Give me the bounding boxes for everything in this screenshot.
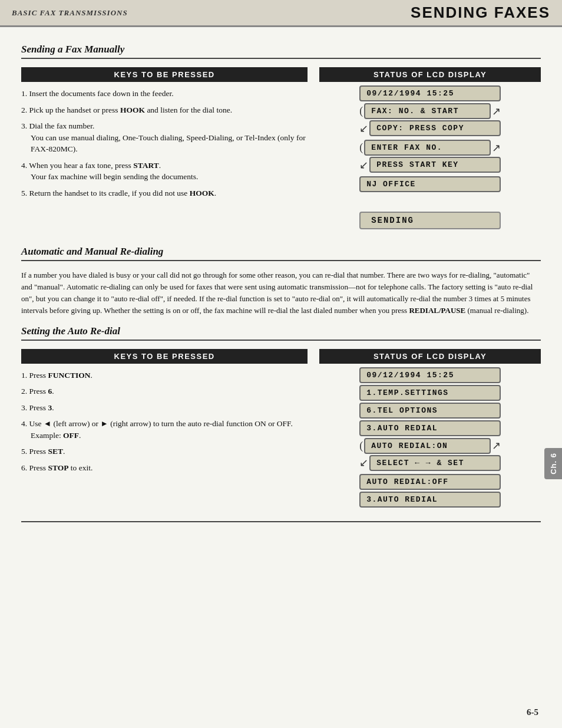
list-item: 4. Use ◄ (left arrow) or ► (right arrow)…	[21, 418, 308, 441]
lcd-datetime: 09/12/1994 15:25	[359, 85, 501, 101]
arrow-right2-icon: ↗	[492, 141, 501, 154]
lcd-row-enter-fax: ( ENTER FAX NO. ↗	[359, 140, 501, 156]
list-item: 1. Press FUNCTION.	[21, 370, 308, 381]
step-num: 2.	[21, 387, 27, 396]
lcd-enter-fax-no: ENTER FAX NO.	[364, 140, 491, 156]
section3-lcd-bar: STATUS OF LCD DISPLAY	[319, 349, 541, 364]
lcd-row-copy: ↙ COPY: PRESS COPY	[359, 120, 501, 136]
lcd-fax-no-start: FAX: NO. & START	[364, 103, 491, 119]
section1-keys-bar: KEYS TO BE PRESSED	[21, 67, 308, 82]
lcd-s3-row-select: ↙ SELECT ← → & SET	[359, 455, 501, 471]
page-header: BASIC FAX TRANSMISSIONS SENDING FAXES	[0, 0, 562, 27]
section1-steps-col: KEYS TO BE PRESSED 1. Insert the documen…	[21, 67, 308, 204]
lcd-row-fax-no: ( FAX: NO. & START ↗	[359, 103, 501, 119]
lcd-copy-press: COPY: PRESS COPY	[369, 120, 501, 136]
bottom-divider	[21, 521, 541, 522]
step-num: 4.	[21, 161, 27, 170]
arrow-corner3-icon: ↙	[359, 456, 368, 469]
list-item: 5. Press SET.	[21, 446, 308, 457]
lcd-s3-tel-options: 6.TEL OPTIONS	[359, 403, 501, 419]
section-redialing: Automatic and Manual Re-dialing If a num…	[21, 246, 541, 317]
side-tab-text: Ch. 6	[549, 453, 558, 475]
lcd-s3-temp-settings: 1.TEMP.SETTINGS	[359, 385, 501, 401]
list-item: 2. Pick up the handset or press HOOK and…	[21, 104, 308, 116]
section1-divider	[21, 58, 541, 59]
list-item: 3. Dial the fax number. You can use manu…	[21, 120, 308, 155]
lcd-press-start-key: PRESS START KEY	[369, 157, 501, 173]
section3-keys-bar: KEYS TO BE PRESSED	[21, 349, 308, 364]
page-number: 6-5	[527, 707, 538, 717]
section1-title: Sending a Fax Manually	[21, 44, 541, 55]
header-left-text: BASIC FAX TRANSMISSIONS	[12, 8, 128, 18]
header-right-text: SENDING FAXES	[411, 4, 550, 22]
step-num: 5.	[21, 189, 27, 197]
lcd-s3-select: SELECT ← → & SET	[369, 455, 501, 471]
step-num: 5.	[21, 447, 27, 456]
lcd-s3-auto-redial-on: AUTO REDIAL:ON	[364, 438, 491, 454]
arrow-right3-icon: ↗	[492, 439, 501, 452]
lcd-s3-3-auto-redial: 3.AUTO REDIAL	[359, 492, 501, 508]
step-num: 3.	[21, 121, 27, 130]
list-item: 6. Press STOP to exit.	[21, 462, 308, 474]
section2-divider	[21, 260, 541, 261]
step-num: 1.	[21, 89, 27, 98]
list-item: 4. When you hear a fax tone, press START…	[21, 160, 308, 183]
list-item: 2. Press 6.	[21, 386, 308, 397]
lcd-s3-auto-redial-off: AUTO REDIAL:OFF	[359, 474, 501, 490]
side-tab: Ch. 6	[544, 448, 562, 479]
section3-lcd-col: STATUS OF LCD DISPLAY 09/12/1994 15:25 1…	[319, 349, 541, 509]
step-num: 3.	[21, 403, 27, 412]
list-item: 5. Return the handset to its cradle, if …	[21, 187, 308, 199]
list-item: 3. Press 3.	[21, 402, 308, 414]
lcd-sending: SENDING	[359, 212, 501, 229]
section3-two-col: KEYS TO BE PRESSED 1. Press FUNCTION. 2.…	[21, 349, 541, 509]
section1-lcd-col: STATUS OF LCD DISPLAY 09/12/1994 15:25 (…	[319, 67, 541, 229]
section3-steps-list: 1. Press FUNCTION. 2. Press 6. 3. Press …	[21, 370, 308, 474]
step-num: 2.	[21, 106, 27, 114]
section1-lcd-container: 09/12/1994 15:25 ( FAX: NO. & START ↗ ↙ …	[359, 85, 501, 229]
section3-steps-col: KEYS TO BE PRESSED 1. Press FUNCTION. 2.…	[21, 349, 308, 479]
step-num: 1.	[21, 371, 27, 380]
lcd-s3-datetime: 09/12/1994 15:25	[359, 367, 501, 383]
arrow-right-icon: ↗	[492, 105, 501, 118]
arrow-left3-icon: (	[359, 440, 363, 452]
arrow-corner-icon: ↙	[359, 122, 368, 135]
section-sending-fax: Sending a Fax Manually KEYS TO BE PRESSE…	[21, 44, 541, 229]
lcd-s3-row-redial-on: ( AUTO REDIAL:ON ↗	[359, 438, 501, 454]
lcd-nj-office: NJ OFFICE	[359, 176, 501, 192]
arrow-corner2-icon: ↙	[359, 159, 368, 172]
arrow-left2-icon: (	[359, 141, 363, 154]
lcd-s3-auto-redial: 3.AUTO REDIAL	[359, 420, 501, 436]
step-num: 4.	[21, 419, 27, 428]
step-num: 6.	[21, 463, 27, 472]
section3-divider	[21, 340, 541, 341]
section3-title: Setting the Auto Re-dial	[21, 325, 541, 337]
main-content: Sending a Fax Manually KEYS TO BE PRESSE…	[0, 27, 562, 533]
section1-two-col: KEYS TO BE PRESSED 1. Insert the documen…	[21, 67, 541, 229]
section1-steps-list: 1. Insert the documents face down in the…	[21, 88, 308, 199]
section1-lcd-bar: STATUS OF LCD DISPLAY	[319, 67, 541, 82]
lcd-row-press-start: ↙ PRESS START KEY	[359, 157, 501, 173]
section2-title: Automatic and Manual Re-dialing	[21, 246, 541, 258]
section3-lcd-container: 09/12/1994 15:25 1.TEMP.SETTINGS 6.TEL O…	[359, 367, 501, 509]
arrow-left-icon: (	[359, 105, 363, 117]
list-item: 1. Insert the documents face down in the…	[21, 88, 308, 100]
section2-body: If a number you have dialed is busy or y…	[21, 269, 541, 317]
section-auto-redial: Setting the Auto Re-dial KEYS TO BE PRES…	[21, 325, 541, 509]
